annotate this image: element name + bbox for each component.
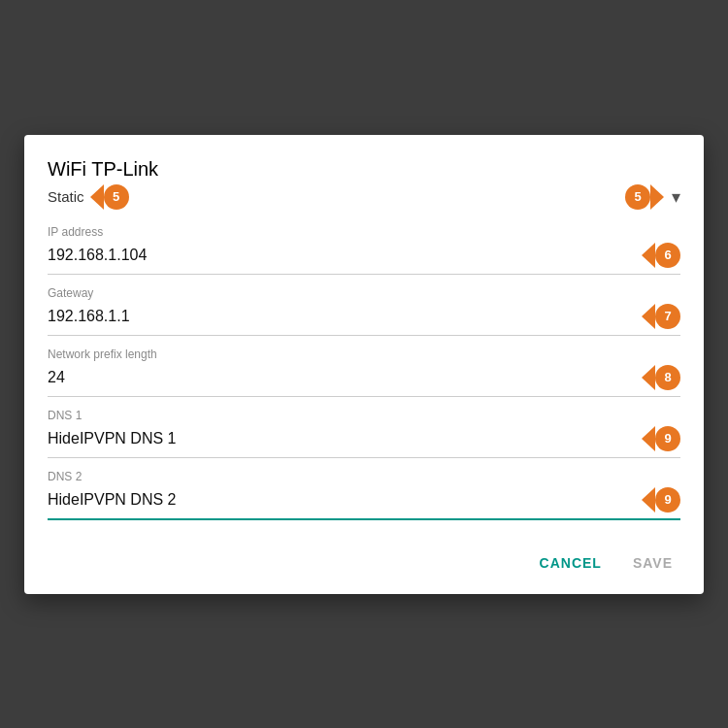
field-value-4: HideIPVPN DNS 2 xyxy=(48,491,632,509)
ip-type-badge-number: 5 xyxy=(104,184,129,210)
dialog-title: WiFi TP-Link xyxy=(48,158,680,181)
save-button[interactable]: SAVE xyxy=(625,547,680,579)
field-label-0: IP address xyxy=(48,225,680,239)
field-value-row-2[interactable]: 248 xyxy=(48,365,680,397)
dialog-content: WiFi TP-Link Static 5 5 ▾ IP address19 xyxy=(24,135,704,520)
ip-type-row: Static 5 5 ▾ xyxy=(48,184,680,210)
field-label-2: Network prefix length xyxy=(48,347,680,361)
field-label-1: Gateway xyxy=(48,286,680,300)
field-value-0: 192.168.1.104 xyxy=(48,247,632,264)
field-badge-4: 9 xyxy=(642,487,680,513)
field-badge-number-2: 8 xyxy=(655,365,680,390)
field-value-row-0[interactable]: 192.168.1.1046 xyxy=(48,243,680,275)
field-value-row-1[interactable]: 192.168.1.17 xyxy=(48,304,680,336)
field-badge-number-4: 9 xyxy=(655,487,680,513)
field-badge-number-0: 6 xyxy=(655,243,680,268)
field-value-3: HideIPVPN DNS 1 xyxy=(48,430,632,447)
dropdown-badge: 5 xyxy=(625,184,664,210)
field-label-3: DNS 1 xyxy=(48,409,680,422)
field-badge-2: 8 xyxy=(642,365,680,390)
field-label-4: DNS 2 xyxy=(48,470,680,483)
field-value-row-3[interactable]: HideIPVPN DNS 19 xyxy=(48,426,680,458)
field-group-2: Network prefix length248 xyxy=(48,347,680,397)
field-group-0: IP address192.168.1.1046 xyxy=(48,225,680,275)
field-value-row-4[interactable]: HideIPVPN DNS 29 xyxy=(48,487,680,520)
field-badge-3: 9 xyxy=(642,426,680,451)
dropdown-badge-number: 5 xyxy=(625,184,650,210)
field-group-3: DNS 1HideIPVPN DNS 19 xyxy=(48,409,680,458)
field-badge-0: 6 xyxy=(642,243,680,268)
field-badge-1: 7 xyxy=(642,304,680,329)
field-value-2: 24 xyxy=(48,369,632,386)
cancel-button[interactable]: CANCEL xyxy=(532,547,610,579)
dialog-actions: CANCEL SAVE xyxy=(24,532,704,594)
dropdown-row[interactable]: 5 ▾ xyxy=(625,184,680,210)
dialog-overlay: WiFi TP-Link Static 5 5 ▾ IP address19 xyxy=(0,0,728,728)
chevron-down-icon[interactable]: ▾ xyxy=(672,186,680,208)
field-badge-number-1: 7 xyxy=(655,304,680,329)
field-group-4: DNS 2HideIPVPN DNS 29 xyxy=(48,470,680,520)
field-badge-number-3: 9 xyxy=(655,426,680,451)
fields-container: IP address192.168.1.1046Gateway192.168.1… xyxy=(48,225,680,520)
field-value-1: 192.168.1.1 xyxy=(48,308,632,325)
dialog: WiFi TP-Link Static 5 5 ▾ IP address19 xyxy=(24,135,704,594)
ip-type-text: Static xyxy=(48,188,84,205)
ip-type-label: Static 5 xyxy=(48,184,129,210)
ip-type-badge: 5 xyxy=(90,184,129,210)
field-group-1: Gateway192.168.1.17 xyxy=(48,286,680,336)
